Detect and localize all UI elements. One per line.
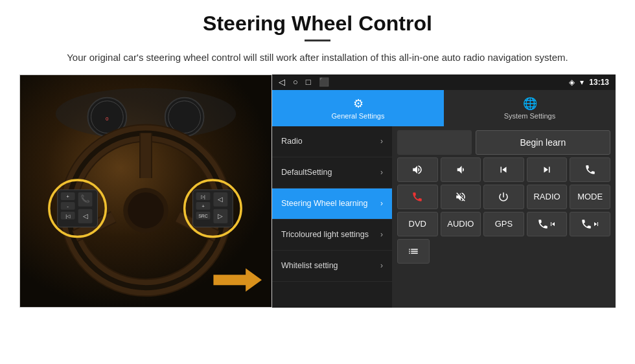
prev-track-button[interactable]: [483, 157, 524, 182]
phone-icon: [584, 164, 596, 176]
hangup-icon: [411, 191, 423, 203]
menu-item-tricoloured[interactable]: Tricoloured light settings ›: [272, 220, 392, 251]
audio-label: AUDIO: [447, 219, 474, 229]
menu-radio-chevron: ›: [380, 137, 383, 146]
ctrl-row-whitelist: [397, 239, 610, 264]
menu-item-defaultsetting[interactable]: DefaultSetting ›: [272, 157, 392, 188]
svg-text:📞: 📞: [80, 193, 90, 203]
audio-button[interactable]: AUDIO: [441, 212, 481, 236]
menu-item-steering-label: Steering Wheel learning: [281, 198, 367, 209]
vol-down-icon: [455, 164, 467, 176]
menu-item-radio-label: Radio: [281, 136, 303, 146]
vol-up-icon: [411, 164, 423, 176]
tab-system-label: System Settings: [504, 112, 555, 120]
phone-button[interactable]: [570, 157, 610, 182]
main-content: 0: [19, 74, 616, 308]
svg-text:◁: ◁: [83, 212, 88, 219]
page-subtitle: Your original car's steering wheel contr…: [19, 51, 616, 65]
steering-bg: 0: [20, 75, 271, 307]
status-bar-nav: ◁ ○ □ ⬛: [279, 77, 329, 87]
status-bar: ◁ ○ □ ⬛ ◈ ▾ 13:13: [272, 74, 616, 90]
svg-text:+: +: [66, 193, 69, 199]
menu-item-defaultsetting-label: DefaultSetting: [281, 167, 332, 177]
status-bar-right: ◈ ▾ 13:13: [569, 78, 609, 87]
whitelist-icon-button[interactable]: [397, 239, 430, 264]
mute-icon: [455, 191, 467, 203]
android-ui: ◁ ○ □ ⬛ ◈ ▾ 13:13 ⚙ General Settings: [272, 74, 616, 308]
svg-text:-: -: [67, 203, 69, 209]
ctrl-row-3: DVD AUDIO GPS: [397, 212, 610, 236]
menu-item-whitelist-label: Whitelist setting: [281, 260, 338, 271]
page-title: Steering Wheel Control: [19, 12, 616, 36]
whitelist-list-icon: [408, 245, 419, 257]
phone-next-button[interactable]: [570, 212, 610, 236]
menu-tricoloured-chevron: ›: [380, 230, 383, 239]
menu-whitelist-chevron: ›: [380, 261, 383, 270]
phone-prev-icon: [537, 218, 549, 230]
menu-steering-chevron: ›: [380, 199, 383, 208]
general-settings-icon: ⚙: [353, 97, 364, 111]
nav-screenshot-icon[interactable]: ⬛: [319, 77, 329, 87]
dvd-label: DVD: [409, 219, 426, 229]
status-time: 13:13: [589, 78, 609, 87]
radio-label: RADIO: [533, 192, 560, 201]
ctrl-row-2: RADIO MODE: [397, 185, 610, 209]
radio-label-box: [397, 130, 472, 155]
page-wrapper: Steering Wheel Control Your original car…: [0, 0, 635, 314]
svg-text:▷: ▷: [218, 212, 223, 219]
system-settings-icon: 🌐: [523, 97, 537, 111]
nav-home-icon[interactable]: ○: [293, 77, 298, 87]
next-track-icon: [541, 164, 553, 176]
tab-general-label: General Settings: [332, 112, 385, 120]
next-track-button[interactable]: [527, 157, 568, 182]
gps-icon: ◈: [569, 78, 575, 87]
menu-item-steering[interactable]: Steering Wheel learning ›: [272, 188, 392, 220]
prev-small-icon: [549, 220, 557, 228]
hangup-button[interactable]: [397, 185, 438, 209]
title-divider: [305, 40, 330, 41]
menu-defaultsetting-chevron: ›: [380, 168, 383, 177]
steering-wheel-image: 0: [19, 74, 272, 308]
dvd-button[interactable]: DVD: [397, 212, 438, 236]
svg-text:0: 0: [106, 115, 109, 121]
vol-down-button[interactable]: [441, 157, 481, 182]
svg-text:+: +: [202, 203, 205, 209]
mute-button[interactable]: [441, 185, 481, 209]
phone-prev-button[interactable]: [527, 212, 568, 236]
ctrl-row-1: [397, 157, 610, 182]
steering-wheel-svg: 0: [20, 75, 271, 307]
row-radio: Begin learn: [397, 130, 610, 155]
gps-label: GPS: [495, 219, 513, 229]
mode-label: MODE: [577, 192, 603, 201]
begin-learn-button[interactable]: Begin learn: [476, 130, 610, 155]
tab-system[interactable]: 🌐 System Settings: [444, 90, 616, 126]
svg-text:SRC: SRC: [198, 213, 208, 218]
menu-item-whitelist[interactable]: Whitelist setting ›: [272, 251, 392, 282]
menu-item-tricoloured-label: Tricoloured light settings: [281, 229, 369, 240]
next-small-icon: [592, 220, 600, 228]
svg-point-17: [128, 192, 164, 228]
mode-button[interactable]: MODE: [570, 185, 610, 209]
signal-icon: ▾: [580, 78, 584, 87]
tab-general[interactable]: ⚙ General Settings: [272, 90, 444, 126]
settings-menu: Radio › DefaultSetting › Steering Wheel …: [272, 126, 392, 308]
nav-recent-icon[interactable]: □: [306, 77, 311, 87]
vol-up-button[interactable]: [397, 157, 438, 182]
prev-track-icon: [498, 164, 509, 176]
settings-main: Radio › DefaultSetting › Steering Wheel …: [272, 126, 616, 308]
power-button[interactable]: [483, 185, 524, 209]
settings-tabs: ⚙ General Settings 🌐 System Settings: [272, 90, 616, 126]
menu-item-radio[interactable]: Radio ›: [272, 126, 392, 157]
nav-back-icon[interactable]: ◁: [279, 77, 285, 87]
power-icon: [498, 191, 509, 203]
svg-text:◁: ◁: [218, 195, 223, 202]
svg-text:▷|: ▷|: [201, 194, 205, 199]
gps-button[interactable]: GPS: [483, 212, 524, 236]
radio-button[interactable]: RADIO: [527, 185, 568, 209]
svg-text:|◁: |◁: [65, 213, 71, 218]
controls-panel: Begin learn: [392, 126, 616, 308]
phone-next-icon-phone: [581, 218, 592, 230]
